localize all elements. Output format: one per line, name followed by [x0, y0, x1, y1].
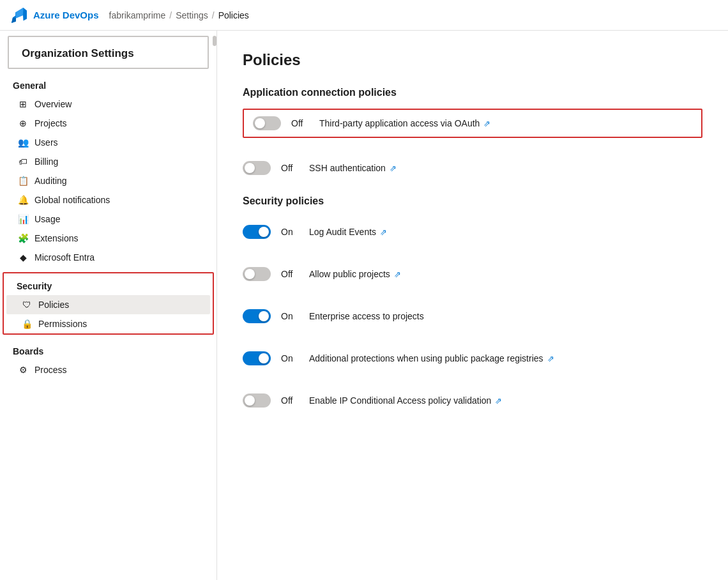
enterprise-toggle-thumb	[259, 311, 269, 321]
additional-protections-toggle-thumb	[259, 353, 269, 363]
public-projects-toggle-thumb	[245, 269, 255, 279]
enterprise-toggle-label: On	[281, 311, 299, 321]
oauth-toggle[interactable]	[253, 116, 281, 130]
additional-protections-link-icon[interactable]: ⇗	[547, 354, 554, 363]
ssh-policy-text-wrap: SSH authentication ⇗	[309, 163, 397, 173]
log-audit-toggle-thumb	[259, 227, 269, 237]
log-audit-link-icon[interactable]: ⇗	[380, 227, 387, 237]
projects-icon: ⊕	[18, 118, 28, 128]
ip-conditional-toggle[interactable]	[243, 393, 271, 408]
sidebar-item-auditing[interactable]: 📋 Auditing	[3, 171, 214, 190]
log-audit-policy-text-wrap: Log Audit Events ⇗	[309, 227, 387, 237]
policy-row-additional-protections: On Additional protections when using pub…	[243, 344, 702, 373]
policy-row-ssh: Off SSH authentication ⇗	[243, 153, 702, 183]
sidebar-item-label-process: Process	[34, 365, 67, 375]
oauth-policy-text: Third-party application access via OAuth	[319, 118, 480, 128]
oauth-toggle-track[interactable]	[253, 116, 281, 130]
public-projects-policy-text-wrap: Allow public projects ⇗	[309, 269, 401, 279]
sidebar-item-usage[interactable]: 📊 Usage	[3, 210, 214, 229]
divider-3	[243, 247, 702, 259]
additional-protections-policy-text-wrap: Additional protections when using public…	[309, 353, 554, 363]
public-projects-toggle-track[interactable]	[243, 267, 271, 281]
main-layout: Organization Settings General ⊞ Overview…	[0, 31, 728, 580]
ip-conditional-policy-text: Enable IP Conditional Access policy vali…	[309, 395, 491, 406]
notifications-icon: 🔔	[18, 195, 28, 205]
sidebar-item-label-usage: Usage	[34, 214, 60, 224]
sidebar-item-extensions[interactable]: 🧩 Extensions	[3, 229, 214, 248]
public-projects-link-icon[interactable]: ⇗	[394, 270, 401, 279]
sidebar-item-billing[interactable]: 🏷 Billing	[3, 152, 214, 171]
breadcrumb-org[interactable]: fabrikamprime	[109, 10, 166, 20]
sidebar-item-process[interactable]: ⚙ Process	[3, 360, 214, 379]
ssh-toggle-track[interactable]	[243, 161, 271, 175]
users-icon: 👥	[18, 137, 28, 148]
policy-row-public-projects: Off Allow public projects ⇗	[243, 259, 702, 289]
sidebar-item-label-auditing: Auditing	[34, 176, 67, 186]
sidebar-item-label-extensions: Extensions	[34, 233, 78, 243]
public-projects-policy-text: Allow public projects	[309, 269, 390, 279]
sidebar-item-overview[interactable]: ⊞ Overview	[3, 95, 214, 114]
breadcrumb-current: Policies	[218, 10, 249, 20]
azure-devops-logo-icon	[10, 6, 28, 24]
sidebar-section-general: General	[0, 72, 216, 95]
ssh-toggle[interactable]	[243, 161, 271, 175]
process-icon: ⚙	[18, 365, 28, 375]
sidebar-item-label-overview: Overview	[34, 99, 72, 109]
log-audit-toggle-track[interactable]	[243, 225, 271, 239]
ssh-link-icon[interactable]: ⇗	[390, 164, 397, 173]
breadcrumb: fabrikamprime / Settings / Policies	[109, 10, 249, 20]
oauth-link-icon[interactable]: ⇗	[483, 119, 490, 128]
sidebar-item-global-notifications[interactable]: 🔔 Global notifications	[3, 190, 214, 210]
sidebar: Organization Settings General ⊞ Overview…	[0, 31, 217, 580]
ssh-policy-text: SSH authentication	[309, 163, 386, 173]
additional-protections-toggle[interactable]	[243, 351, 271, 365]
breadcrumb-sep2: /	[212, 10, 215, 20]
sidebar-item-label-projects: Projects	[34, 118, 67, 128]
overview-icon: ⊞	[18, 99, 28, 109]
breadcrumb-settings[interactable]: Settings	[176, 10, 208, 20]
brand-label: Azure DevOps	[33, 10, 99, 20]
extensions-icon: 🧩	[18, 233, 28, 243]
policy-row-log-audit: On Log Audit Events ⇗	[243, 217, 702, 247]
entra-icon: ◆	[18, 252, 28, 263]
sidebar-item-policies[interactable]: 🛡 Policies	[6, 295, 210, 314]
oauth-toggle-label: Off	[291, 118, 309, 128]
ip-conditional-toggle-thumb	[245, 395, 255, 406]
public-projects-toggle[interactable]	[243, 267, 271, 281]
log-audit-toggle-label: On	[281, 227, 299, 237]
content-area: Policies Application connection policies…	[217, 31, 728, 580]
security-policies-section-title: Security policies	[243, 195, 702, 207]
sidebar-item-permissions[interactable]: 🔒 Permissions	[6, 314, 210, 333]
logo-area[interactable]: Azure DevOps	[10, 6, 99, 24]
public-projects-toggle-label: Off	[281, 269, 299, 279]
sidebar-item-label-global-notifications: Global notifications	[34, 195, 110, 205]
ip-conditional-toggle-track[interactable]	[243, 393, 271, 408]
policy-row-oauth: Off Third-party application access via O…	[243, 109, 702, 138]
auditing-icon: 📋	[18, 176, 28, 186]
security-section-box: Security 🛡 Policies 🔒 Permissions	[3, 272, 214, 335]
oauth-policy-text-wrap: Third-party application access via OAuth…	[319, 118, 490, 128]
enterprise-policy-text: Enterprise access to projects	[309, 311, 424, 321]
additional-protections-toggle-label: On	[281, 353, 299, 363]
policy-row-enterprise: On Enterprise access to projects	[243, 301, 702, 331]
enterprise-toggle[interactable]	[243, 309, 271, 323]
ip-conditional-toggle-label: Off	[281, 395, 299, 406]
ssh-toggle-thumb	[245, 163, 255, 173]
sidebar-item-users[interactable]: 👥 Users	[3, 133, 214, 152]
log-audit-toggle[interactable]	[243, 225, 271, 239]
divider-6	[243, 373, 702, 386]
ip-conditional-link-icon[interactable]: ⇗	[495, 396, 502, 406]
sidebar-item-projects[interactable]: ⊕ Projects	[3, 114, 214, 133]
billing-icon: 🏷	[18, 156, 28, 167]
policy-row-ip-conditional: Off Enable IP Conditional Access policy …	[243, 386, 702, 415]
divider-2	[243, 183, 702, 195]
sidebar-item-microsoft-entra[interactable]: ◆ Microsoft Entra	[3, 248, 214, 267]
scroll-indicator	[213, 36, 216, 46]
divider-4	[243, 289, 702, 301]
enterprise-toggle-track[interactable]	[243, 309, 271, 323]
sidebar-item-label-permissions: Permissions	[38, 319, 87, 329]
usage-icon: 📊	[18, 214, 28, 224]
additional-protections-toggle-track[interactable]	[243, 351, 271, 365]
sidebar-section-boards: Boards	[0, 337, 216, 360]
ssh-toggle-label: Off	[281, 163, 299, 173]
